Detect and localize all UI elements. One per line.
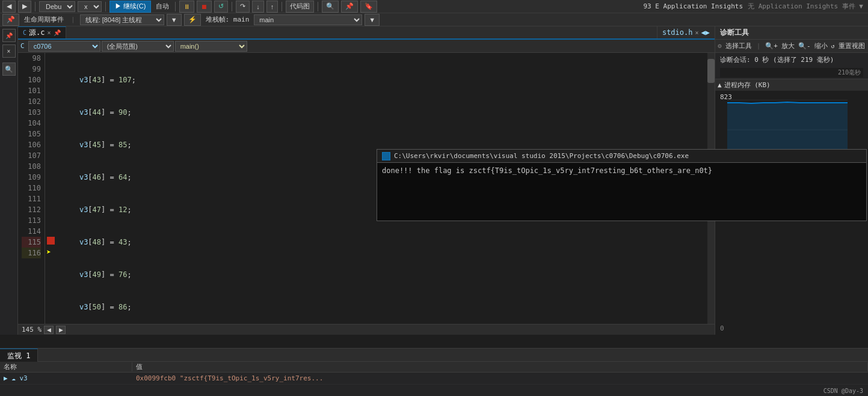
pause-btn[interactable]: ⏸: [179, 1, 194, 13]
diagnostics-toolbar: ⚙ 选择工具 | 🔍+ 放大 🔍- 缩小 ↺ 重置视图: [715, 40, 868, 53]
select-tool-label[interactable]: 选择工具: [725, 41, 752, 50]
debug-icons-btn3[interactable]: 🔖: [360, 1, 377, 13]
restart-btn[interactable]: ↺: [214, 1, 228, 13]
credit-text: CSDN @Day-3: [823, 388, 863, 394]
search-btn[interactable]: 🔍: [2, 62, 16, 76]
reset-label[interactable]: 重置视图: [839, 41, 865, 50]
breakpoint-indicator: [47, 237, 55, 245]
code-line-105: v3[50] = 86;: [62, 302, 710, 312]
scroll-thumb[interactable]: [707, 59, 715, 83]
thread-select[interactable]: 线程: [8048] 主线程: [80, 14, 164, 25]
watch1-tab[interactable]: 监视 1: [0, 349, 38, 362]
current-line-arrow: ➤: [46, 247, 51, 258]
source-file-icon: C: [23, 29, 26, 36]
source-tab-pin: 📌: [54, 29, 61, 36]
watch-name-v3: ▶ ☁ v3: [0, 374, 132, 382]
collapse-arrow[interactable]: ▲: [718, 81, 722, 89]
diagnostics-title: 诊断工具: [720, 28, 749, 38]
source-tab-label: 源.c: [29, 28, 45, 38]
code-line-104: v3[49] = 76;: [62, 269, 710, 280]
console-window-icon: [382, 152, 390, 160]
separator-4: [232, 2, 232, 11]
stack-down-btn[interactable]: ▼: [365, 14, 380, 26]
close-sidebar-btn[interactable]: ×: [2, 44, 16, 58]
watch1-label: 监视 1: [7, 352, 30, 360]
auto-label: 自动: [153, 2, 171, 11]
diagnostics-header: 诊断工具: [715, 26, 868, 40]
memory-section-header: ▲ 进程内存 (KB): [715, 79, 868, 91]
code-map-btn[interactable]: 代码图: [286, 1, 314, 13]
separator-6: [318, 2, 318, 11]
separator-3: [175, 2, 176, 11]
console-window[interactable]: C:\Users\rkvir\documents\visual studio 2…: [377, 149, 867, 221]
console-output: done!!! the flag is zsctf{T9is_tOpic_1s_…: [377, 163, 866, 178]
status-bar: CSDN @Day-3: [748, 385, 868, 396]
line-numbers: 98 99 100 101 102 103 104 105 106 107 10…: [18, 53, 45, 324]
search-icon: 🔍: [5, 65, 13, 73]
stop-btn[interactable]: ⏹: [197, 1, 212, 13]
pin-icon-btn[interactable]: 📌: [2, 29, 16, 42]
zoom-level-label: 145 %: [22, 326, 42, 334]
toolbar-sep: |: [757, 42, 761, 50]
file-icon: C: [18, 42, 27, 50]
scope-select[interactable]: (全局范围): [102, 41, 174, 52]
separator-5: [282, 2, 282, 11]
var-v3: v3: [79, 76, 88, 84]
zoom-increase-btn[interactable]: ▶: [56, 326, 66, 334]
session-text: 诊断会话: 0 秒 (选择了 219 毫秒): [720, 56, 834, 64]
watch-row-v3[interactable]: ▶ ☁ v3 0x0099fcb0 "zsctf{T9is_tOpic_1s_v…: [0, 373, 868, 385]
separator-1: [35, 2, 35, 11]
pin-btn[interactable]: 📌: [2, 14, 19, 26]
source-tab-close[interactable]: ×: [47, 29, 51, 36]
forward-btn[interactable]: ▶: [18, 1, 31, 13]
zoom-decrease-btn[interactable]: ◀: [44, 326, 54, 334]
step-into-btn[interactable]: ↓: [252, 1, 264, 13]
back-btn[interactable]: ◀: [2, 1, 16, 13]
top-toolbar: ◀ ▶ Debug x86 ▶ 继续(C) 自动 ⏸ ⏹ ↺ ↷ ↓ ↑ 代码图…: [0, 0, 868, 13]
debug-icons-btn2[interactable]: 📌: [341, 1, 358, 13]
filter-btn[interactable]: ▼: [167, 14, 182, 26]
console-title-bar: C:\Users\rkvir\documents\visual studio 2…: [377, 150, 866, 163]
stack-icon[interactable]: ⚡: [184, 14, 201, 26]
time-label: 210毫秒: [838, 69, 861, 77]
stdio-tab-label: stdio.h: [662, 28, 693, 37]
tab-scroll-right[interactable]: ▶: [706, 28, 710, 37]
stack-label: 堆栈帧: main: [203, 15, 252, 24]
zoom-out-label[interactable]: 缩小: [814, 41, 828, 50]
no-insights-label: 无 Application Insights 事件 ▼: [745, 2, 866, 11]
code-gutter: ➤: [45, 53, 57, 324]
debug-icons-btn1[interactable]: 🔍: [322, 1, 339, 13]
process-memory-label: 进程内存 (KB): [724, 81, 771, 90]
second-toolbar: 📌 生命周期事件 | 线程: [8048] 主线程 ▼ ⚡ 堆栈帧: main …: [0, 13, 868, 26]
file-name-select[interactable]: c0706: [28, 41, 100, 52]
platform-select[interactable]: x86: [78, 1, 102, 12]
zero-label: 0: [720, 324, 724, 332]
stack-frame-select[interactable]: main: [254, 14, 362, 25]
function-select[interactable]: main(): [175, 41, 247, 52]
watch-value-v3: 0x0099fcb0 "zsctf{T9is_tOpic_1s_v5ry_int…: [132, 374, 868, 382]
step-out-btn[interactable]: ↑: [266, 1, 279, 13]
zoom-in-label[interactable]: 放大: [781, 41, 795, 50]
console-title-text: C:\Users\rkvir\documents\visual studio 2…: [394, 152, 689, 160]
separator-2: [105, 2, 106, 11]
watch-content: 名称 值 ▶ ☁ v3 0x0099fcb0 "zsctf{T9is_tOpic…: [0, 362, 868, 396]
zoom-bar: 145 % ◀ ▶: [18, 324, 715, 335]
session-info: 诊断会话: 0 秒 (选择了 219 毫秒): [715, 53, 868, 67]
debug-mode-select[interactable]: Debug: [39, 1, 75, 12]
source-tab[interactable]: C 源.c × 📌: [18, 26, 66, 38]
zoom-out-icon[interactable]: 🔍-: [798, 42, 811, 50]
tab-bar: C 源.c × 📌 stdio.h × ◀ ▶: [18, 26, 715, 40]
zoom-in-icon[interactable]: 🔍+: [765, 42, 778, 50]
time-bar: 210毫秒: [720, 68, 863, 78]
stdio-tab[interactable]: stdio.h × ◀ ▶: [657, 26, 715, 38]
tab-scroll-left[interactable]: ◀: [701, 28, 706, 37]
continue-btn[interactable]: ▶ 继续(C): [109, 1, 151, 13]
stdio-tab-close[interactable]: ×: [695, 29, 699, 36]
code-line-98: v3[43] = 107;: [62, 75, 710, 85]
app-insights-label: 93 E Application Insights: [643, 2, 743, 10]
watch-header: 名称 值: [0, 362, 868, 373]
reset-icon[interactable]: ↺: [831, 43, 835, 49]
step-over-btn[interactable]: ↷: [236, 1, 250, 13]
left-sidebar: 📌 × 🔍: [0, 26, 18, 335]
file-selector-bar: C c0706 (全局范围) main(): [18, 40, 715, 53]
